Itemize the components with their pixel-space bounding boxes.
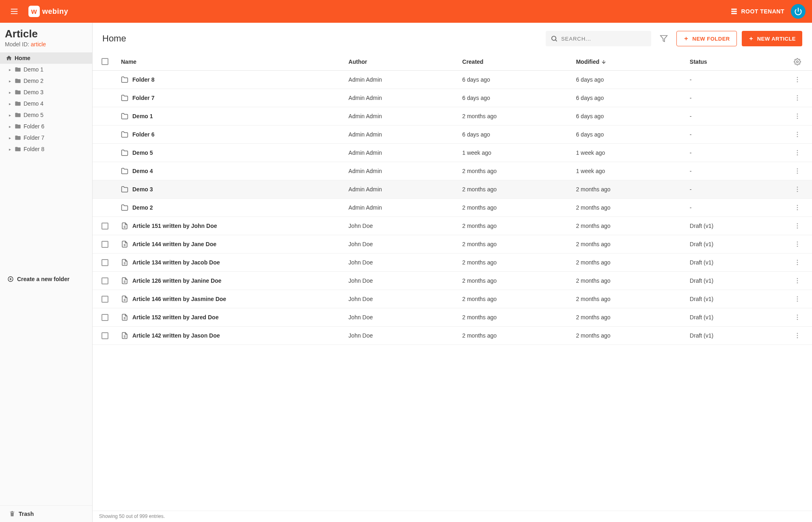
row-actions-button[interactable]	[794, 332, 801, 339]
chevron-right-icon: ▸	[7, 102, 12, 106]
row-checkbox[interactable]	[102, 223, 108, 230]
row-actions-button[interactable]	[794, 240, 801, 248]
tree-item[interactable]: ▸ Folder 7	[0, 132, 92, 143]
model-title: Article	[5, 28, 87, 40]
new-article-button[interactable]: NEW ARTICLE	[742, 31, 802, 46]
col-header-name[interactable]: Name	[121, 58, 348, 65]
tree-item[interactable]: ▸ Folder 8	[0, 143, 92, 155]
svg-point-62	[797, 296, 798, 297]
menu-toggle-button[interactable]	[6, 4, 22, 19]
sidebar-header: Article Model ID: article	[0, 23, 92, 49]
plus-icon	[748, 36, 754, 41]
row-name: Article 126 written by Janine Doe	[132, 277, 221, 284]
row-checkbox[interactable]	[102, 314, 108, 321]
table-row[interactable]: Demo 1 Admin Admin 2 months ago 6 days a…	[93, 107, 812, 126]
col-header-modified[interactable]: Modified	[576, 58, 690, 65]
table-row[interactable]: Article 142 written by Jason Doe John Do…	[93, 327, 812, 345]
svg-point-22	[797, 113, 798, 115]
row-author: John Doe	[348, 241, 462, 247]
tree-item[interactable]: ▸ Demo 2	[0, 75, 92, 87]
hamburger-icon	[10, 7, 19, 16]
account-button[interactable]	[791, 4, 806, 19]
tree-item-home[interactable]: Home	[0, 52, 92, 64]
chevron-right-icon: ▸	[7, 136, 12, 140]
tree-item-label: Folder 7	[24, 134, 44, 141]
table-row[interactable]: Folder 6 Admin Admin 6 days ago 6 days a…	[93, 126, 812, 144]
tree-item[interactable]: ▸ Demo 5	[0, 109, 92, 121]
row-author: Admin Admin	[348, 76, 462, 83]
row-actions-button[interactable]	[794, 222, 801, 230]
svg-point-7	[552, 36, 556, 40]
row-actions-button[interactable]	[794, 259, 801, 266]
filter-icon	[660, 35, 668, 43]
svg-point-43	[797, 225, 798, 227]
row-created: 2 months ago	[462, 277, 576, 284]
folder-icon	[15, 134, 21, 141]
new-folder-label: NEW FOLDER	[692, 36, 730, 42]
row-actions-button[interactable]	[794, 186, 801, 193]
tree-item[interactable]: ▸ Demo 4	[0, 98, 92, 109]
table-row[interactable]: Article 126 written by Janine Doe John D…	[93, 272, 812, 290]
filter-button[interactable]	[656, 31, 672, 46]
row-actions-button[interactable]	[794, 295, 801, 303]
row-author: John Doe	[348, 314, 462, 321]
col-header-author[interactable]: Author	[348, 58, 462, 65]
table-row[interactable]: Demo 4 Admin Admin 2 months ago 1 week a…	[93, 162, 812, 180]
row-actions-button[interactable]	[794, 314, 801, 321]
brand-logo[interactable]: w webiny	[28, 6, 68, 17]
row-name: Demo 1	[132, 113, 153, 119]
table-row[interactable]: Article 152 written by Jared Doe John Do…	[93, 308, 812, 327]
row-actions-button[interactable]	[794, 204, 801, 211]
row-checkbox[interactable]	[102, 296, 108, 303]
table-footer-count: Showing 50 out of 999 entries.	[93, 511, 812, 522]
table-row[interactable]: Article 134 written by Jacob Doe John Do…	[93, 253, 812, 272]
col-header-created[interactable]: Created	[462, 58, 576, 65]
table-row[interactable]: Folder 7 Admin Admin 6 days ago 6 days a…	[93, 89, 812, 107]
select-all-checkbox[interactable]	[102, 58, 108, 65]
row-actions-button[interactable]	[794, 131, 801, 138]
chevron-right-icon: ▸	[7, 124, 12, 129]
row-actions-button[interactable]	[794, 167, 801, 175]
table-row[interactable]: Demo 3 Admin Admin 2 months ago 2 months…	[93, 180, 812, 199]
row-created: 6 days ago	[462, 76, 576, 83]
tree-item-label: Demo 1	[24, 66, 43, 73]
row-author: John Doe	[348, 259, 462, 266]
row-checkbox[interactable]	[102, 259, 108, 266]
row-actions-button[interactable]	[794, 113, 801, 120]
tree-item[interactable]: ▸ Demo 3	[0, 87, 92, 98]
table-row[interactable]: Demo 5 Admin Admin 1 week ago 1 week ago…	[93, 144, 812, 162]
tree-item[interactable]: ▸ Demo 1	[0, 64, 92, 75]
row-checkbox[interactable]	[102, 332, 108, 339]
tree-item[interactable]: ▸ Folder 6	[0, 121, 92, 132]
folder-icon	[15, 66, 21, 73]
table-row[interactable]: Article 144 written by Jane Doe John Doe…	[93, 235, 812, 253]
table-settings-button[interactable]	[794, 58, 801, 65]
row-actions-button[interactable]	[794, 149, 801, 156]
create-folder-button[interactable]: Create a new folder	[0, 273, 92, 286]
row-checkbox[interactable]	[102, 277, 108, 284]
table-row[interactable]: Article 151 written by John Doe John Doe…	[93, 217, 812, 235]
folder-icon	[121, 131, 128, 138]
svg-point-37	[797, 205, 798, 206]
new-folder-button[interactable]: NEW FOLDER	[676, 31, 736, 46]
search-input[interactable]	[561, 36, 646, 42]
row-actions-button[interactable]	[794, 277, 801, 284]
tenant-selector[interactable]: ROOT TENANT	[730, 8, 784, 15]
search-box[interactable]	[546, 31, 651, 46]
trash-button[interactable]: Trash	[0, 505, 92, 522]
row-checkbox[interactable]	[102, 241, 108, 248]
svg-point-58	[797, 280, 798, 282]
brand-badge-icon: w	[28, 6, 40, 17]
col-header-status[interactable]: Status	[690, 58, 789, 65]
sort-desc-icon	[601, 59, 607, 65]
file-icon	[121, 259, 128, 266]
row-status: Draft (v1)	[690, 314, 789, 321]
row-actions-button[interactable]	[794, 76, 801, 83]
model-id-value[interactable]: article	[31, 41, 46, 48]
row-actions-button[interactable]	[794, 94, 801, 102]
table-row[interactable]: Demo 2 Admin Admin 2 months ago 2 months…	[93, 199, 812, 217]
tree-item-label: Demo 5	[24, 112, 43, 118]
folder-icon	[15, 78, 21, 84]
table-row[interactable]: Folder 8 Admin Admin 6 days ago 6 days a…	[93, 71, 812, 89]
table-row[interactable]: Article 146 written by Jasmine Doe John …	[93, 290, 812, 308]
